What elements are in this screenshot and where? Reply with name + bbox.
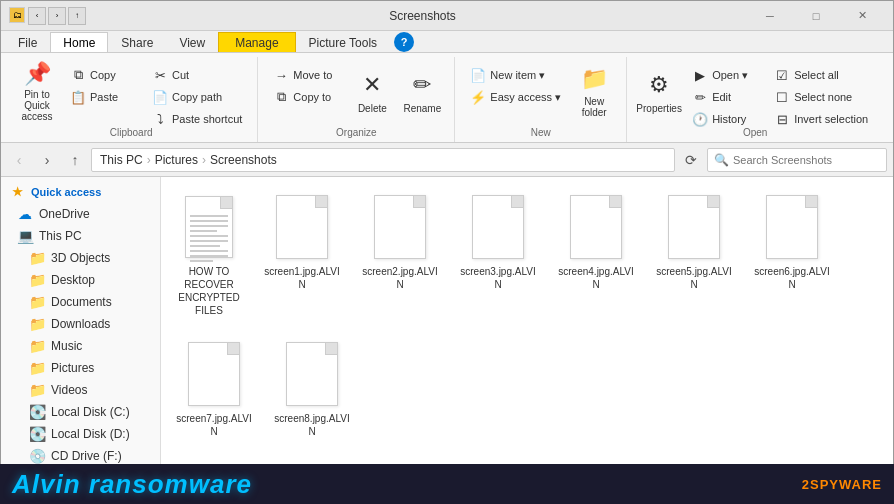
properties-button[interactable]: ⚙ Properties	[635, 61, 683, 121]
titlebar-back-btn[interactable]: ‹	[28, 7, 46, 25]
paste-button[interactable]: 📋 Paste	[63, 87, 143, 107]
close-button[interactable]: ✕	[839, 1, 885, 31]
page-fold	[511, 196, 523, 208]
list-item[interactable]: screen6.jpg.ALVIN	[747, 185, 837, 324]
address-path[interactable]: This PC › Pictures › Screenshots	[91, 148, 675, 172]
paste-shortcut-button[interactable]: ⤵ Paste shortcut	[145, 109, 249, 129]
history-button[interactable]: 🕐 History	[685, 109, 765, 129]
copy-icon: ⧉	[70, 67, 86, 83]
new-item-icon: 📄	[470, 67, 486, 83]
tab-picture-tools[interactable]: Picture Tools	[296, 32, 390, 52]
copy-button[interactable]: ⧉ Copy	[63, 65, 143, 85]
new-item-button[interactable]: 📄 New item ▾	[463, 65, 568, 85]
select-none-button[interactable]: ☐ Select none	[767, 87, 875, 107]
sidebar-item-3d-objects[interactable]: 📁 3D Objects	[1, 247, 160, 269]
sidebar-item-this-pc[interactable]: 💻 This PC	[1, 225, 160, 247]
page-fold	[707, 196, 719, 208]
tab-home[interactable]: Home	[50, 32, 108, 52]
organize-label: Organize	[258, 127, 454, 138]
paste-shortcut-icon: ⤵	[152, 111, 168, 127]
list-item[interactable]: screen7.jpg.ALVIN	[169, 332, 259, 445]
cloud-icon: ☁	[17, 206, 33, 222]
back-button[interactable]: ‹	[7, 148, 31, 172]
cut-button[interactable]: ✂ Cut	[145, 65, 249, 85]
copy-path-button[interactable]: 📄 Copy path	[145, 87, 249, 107]
delete-button[interactable]: ✕ Delete	[348, 61, 396, 121]
select-all-icon: ☑	[774, 67, 790, 83]
tab-file[interactable]: File	[5, 32, 50, 52]
file-label: screen1.jpg.ALVIN	[262, 265, 342, 291]
files-grid: HOW TO RECOVER ENCRYPTED FILES screen1.j…	[169, 185, 885, 445]
edit-button[interactable]: ✏ Edit	[685, 87, 765, 107]
tab-view[interactable]: View	[166, 32, 218, 52]
sidebar-item-onedrive[interactable]: ☁ OneDrive	[1, 203, 160, 225]
invert-selection-icon: ⊟	[774, 111, 790, 127]
file-icon-screen4	[566, 192, 626, 262]
page-fold	[227, 343, 239, 355]
sidebar-item-videos[interactable]: 📁 Videos	[1, 379, 160, 401]
path-screenshots: Screenshots	[210, 153, 277, 167]
bottom-overlay: Alvin ransomware 2SPYWARE	[0, 464, 894, 504]
list-item[interactable]: screen4.jpg.ALVIN	[551, 185, 641, 324]
file-icon-screen8	[282, 339, 342, 409]
minimize-button[interactable]: ─	[747, 1, 793, 31]
copy-to-icon: ⧉	[273, 89, 289, 105]
up-button[interactable]: ↑	[63, 148, 87, 172]
ribbon-group-new: 📄 New item ▾ ⚡ Easy access ▾ 📁 New folde…	[455, 57, 627, 142]
page-fold	[413, 196, 425, 208]
ribbon-group-organize: → Move to ⧉ Copy to ✕ Delete ✏ Rename	[258, 57, 455, 142]
rename-button[interactable]: ✏ Rename	[398, 61, 446, 121]
sidebar-item-quick-access[interactable]: ★ Quick access	[1, 181, 160, 203]
file-icon-screen3	[468, 192, 528, 262]
sidebar-item-local-c[interactable]: 💽 Local Disk (C:)	[1, 401, 160, 423]
ransomware-title: Alvin ransomware	[12, 469, 252, 500]
list-item[interactable]: HOW TO RECOVER ENCRYPTED FILES	[169, 185, 249, 324]
window-title: Screenshots	[98, 9, 747, 23]
paste-icon: 📋	[70, 89, 86, 105]
refresh-button[interactable]: ⟳	[679, 148, 703, 172]
list-item[interactable]: screen5.jpg.ALVIN	[649, 185, 739, 324]
file-label: screen2.jpg.ALVIN	[360, 265, 440, 291]
pin-icon: 📌	[21, 61, 53, 87]
titlebar-up-btn[interactable]: ↑	[68, 7, 86, 25]
list-item[interactable]: screen8.jpg.ALVIN	[267, 332, 357, 445]
file-label: screen4.jpg.ALVIN	[556, 265, 636, 291]
file-icon-recover	[179, 192, 239, 262]
select-all-button[interactable]: ☑ Select all	[767, 65, 875, 85]
copy-to-button[interactable]: ⧉ Copy to	[266, 87, 346, 107]
sidebar-item-downloads[interactable]: 📁 Downloads	[1, 313, 160, 335]
tab-manage[interactable]: Manage	[218, 32, 295, 52]
file-icon-screen5	[664, 192, 724, 262]
rename-icon: ✏	[406, 69, 438, 101]
file-icon-screen1	[272, 192, 332, 262]
path-pictures: Pictures	[155, 153, 198, 167]
list-item[interactable]: screen3.jpg.ALVIN	[453, 185, 543, 324]
titlebar-forward-btn[interactable]: ›	[48, 7, 66, 25]
sidebar-item-music[interactable]: 📁 Music	[1, 335, 160, 357]
ribbon-tabs: File Home Share View Manage Picture Tool…	[1, 31, 893, 53]
list-item[interactable]: screen2.jpg.ALVIN	[355, 185, 445, 324]
open-button[interactable]: ▶ Open ▾	[685, 65, 765, 85]
file-icon-screen2	[370, 192, 430, 262]
sidebar-item-pictures[interactable]: 📁 Pictures	[1, 357, 160, 379]
invert-selection-button[interactable]: ⊟ Invert selection	[767, 109, 875, 129]
main-area: ★ Quick access ☁ OneDrive 💻 This PC 📁 3D…	[1, 177, 893, 503]
file-label: screen6.jpg.ALVIN	[752, 265, 832, 291]
pin-to-quick-button[interactable]: 📌 Pin to Quick access	[13, 61, 61, 121]
sidebar-item-documents[interactable]: 📁 Documents	[1, 291, 160, 313]
sidebar-item-desktop[interactable]: 📁 Desktop	[1, 269, 160, 291]
easy-access-button[interactable]: ⚡ Easy access ▾	[463, 87, 568, 107]
help-button[interactable]: ?	[394, 32, 414, 52]
search-box[interactable]: 🔍	[707, 148, 887, 172]
new-folder-button[interactable]: 📁 New folder	[570, 61, 618, 121]
maximize-button[interactable]: □	[793, 1, 839, 31]
search-input[interactable]	[733, 154, 880, 166]
list-item[interactable]: screen1.jpg.ALVIN	[257, 185, 347, 324]
star-icon: ★	[9, 184, 25, 200]
sidebar-item-local-d[interactable]: 💽 Local Disk (D:)	[1, 423, 160, 445]
move-to-button[interactable]: → Move to	[266, 65, 346, 85]
forward-button[interactable]: ›	[35, 148, 59, 172]
tab-share[interactable]: Share	[108, 32, 166, 52]
file-label: screen7.jpg.ALVIN	[174, 412, 254, 438]
page-fold	[805, 196, 817, 208]
